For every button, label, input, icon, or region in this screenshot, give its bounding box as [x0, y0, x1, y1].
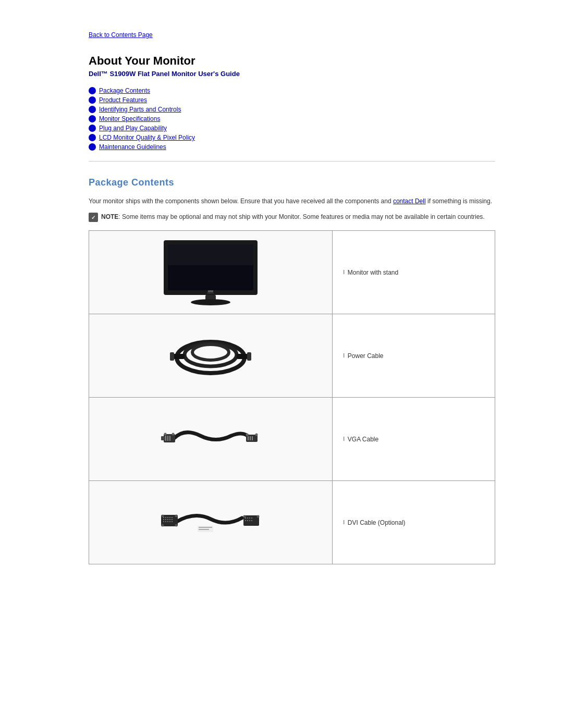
- svg-rect-40: [167, 521, 168, 522]
- svg-rect-10: [173, 354, 185, 359]
- item-bullet: l: [343, 519, 344, 525]
- svg-rect-33: [163, 519, 164, 520]
- toc-item-plug-play: Plug and Play Capability: [89, 125, 495, 132]
- svg-point-25: [246, 434, 249, 436]
- svg-rect-48: [199, 527, 212, 528]
- svg-rect-39: [165, 521, 166, 522]
- svg-rect-22: [248, 436, 249, 440]
- svg-rect-12: [170, 352, 174, 361]
- svg-rect-36: [169, 519, 170, 520]
- toc-item-package-contents: Package Contents: [89, 87, 495, 94]
- power-cable-desc-cell: l Power Cable: [333, 314, 495, 398]
- svg-rect-17: [167, 436, 168, 441]
- power-cable-description: Power Cable: [348, 352, 384, 360]
- toc-link-plug-play[interactable]: Plug and Play Capability: [99, 125, 167, 132]
- monitor-desc-cell: l Monitor with stand: [333, 231, 495, 314]
- toc-link-identifying-parts[interactable]: Identifying Parts and Controls: [99, 106, 181, 113]
- monitor-illustration: DELL: [153, 238, 268, 305]
- svg-point-43: [162, 515, 164, 517]
- svg-point-45: [162, 524, 164, 527]
- toc-item-product-features: Product Features: [89, 96, 495, 104]
- bullet-icon: [89, 125, 96, 132]
- svg-rect-28: [163, 517, 164, 518]
- vga-cable-label: l VGA Cable: [343, 436, 484, 443]
- toc-link-quality-policy[interactable]: LCD Monitor Quality & Pixel Policy: [99, 134, 195, 141]
- power-cable-image-cell: [89, 314, 333, 398]
- page-subtitle: Dell™ S1909W Flat Panel Monitor User's G…: [89, 70, 495, 78]
- table-row: l DVI Cable (Optional): [89, 481, 495, 564]
- dvi-cable-label: l DVI Cable (Optional): [343, 519, 484, 526]
- bullet-icon: [89, 106, 96, 113]
- svg-rect-13: [247, 352, 251, 361]
- dvi-cable-illustration: [158, 493, 263, 550]
- back-to-contents-link[interactable]: Back to Contents Page: [89, 31, 495, 39]
- svg-point-19: [164, 433, 167, 436]
- toc-link-package-contents[interactable]: Package Contents: [99, 87, 150, 94]
- item-bullet: l: [343, 352, 344, 359]
- page-title: About Your Monitor: [89, 54, 495, 68]
- package-table: DELL l Monitor with stand: [89, 230, 495, 564]
- table-row: DELL l Monitor with stand: [89, 231, 495, 314]
- svg-rect-54: [251, 517, 252, 519]
- bullet-icon: [89, 134, 96, 141]
- toc-item-specifications: Monitor Specifications: [89, 115, 495, 122]
- section-title: Package Contents: [89, 177, 495, 188]
- svg-text:DELL: DELL: [207, 291, 214, 294]
- svg-rect-31: [169, 517, 170, 518]
- svg-rect-2: [168, 244, 253, 265]
- vga-cable-desc-cell: l VGA Cable: [333, 398, 495, 481]
- svg-rect-56: [247, 520, 248, 521]
- svg-rect-30: [167, 517, 168, 518]
- svg-point-59: [243, 515, 246, 518]
- monitor-description: Monitor with stand: [348, 269, 398, 276]
- note-text: NOTE: Some items may be optional and may…: [101, 212, 485, 221]
- svg-rect-42: [172, 521, 173, 522]
- svg-rect-16: [165, 436, 166, 441]
- svg-rect-57: [249, 520, 250, 521]
- svg-point-46: [175, 524, 178, 527]
- item-bullet: l: [343, 436, 344, 442]
- svg-rect-38: [163, 521, 164, 522]
- intro-text: Your monitor ships with the components s…: [89, 196, 495, 206]
- svg-rect-18: [169, 436, 170, 441]
- svg-rect-32: [172, 517, 173, 518]
- svg-rect-34: [165, 519, 166, 520]
- svg-rect-41: [169, 521, 170, 522]
- svg-rect-53: [249, 517, 250, 519]
- vga-cable-illustration: [158, 412, 263, 464]
- bullet-icon: [89, 87, 96, 94]
- svg-point-9: [192, 344, 229, 360]
- svg-point-44: [175, 515, 178, 517]
- contact-dell-link[interactable]: contact Dell: [393, 198, 426, 205]
- bullet-icon: [89, 143, 96, 151]
- monitor-image-cell: DELL: [89, 231, 333, 314]
- vga-cable-image-cell: [89, 398, 333, 481]
- svg-rect-52: [247, 517, 248, 519]
- svg-rect-23: [250, 436, 251, 440]
- note-icon: ✓: [89, 213, 98, 222]
- svg-rect-24: [252, 436, 253, 440]
- toc-link-product-features[interactable]: Product Features: [99, 96, 147, 104]
- toc-item-identifying-parts: Identifying Parts and Controls: [89, 106, 495, 113]
- monitor-label: l Monitor with stand: [343, 269, 484, 276]
- toc-item-maintenance: Maintenance Guidelines: [89, 143, 495, 151]
- svg-rect-55: [245, 520, 246, 521]
- svg-point-5: [191, 299, 230, 305]
- svg-rect-37: [172, 519, 173, 520]
- dvi-cable-image-cell: [89, 481, 333, 564]
- svg-point-26: [255, 434, 258, 436]
- svg-rect-51: [245, 517, 246, 519]
- toc-link-specifications[interactable]: Monitor Specifications: [99, 115, 160, 122]
- item-bullet: l: [343, 269, 344, 275]
- intro-text-start: Your monitor ships with the components s…: [89, 198, 391, 205]
- svg-rect-49: [199, 529, 209, 530]
- bullet-icon: [89, 115, 96, 122]
- svg-point-20: [172, 433, 175, 436]
- table-row: l VGA Cable: [89, 398, 495, 481]
- svg-rect-11: [237, 354, 248, 359]
- svg-rect-35: [167, 519, 168, 520]
- section-divider: [89, 161, 495, 162]
- intro-text-end: if something is missing.: [427, 198, 492, 205]
- toc-link-maintenance[interactable]: Maintenance Guidelines: [99, 143, 166, 151]
- page-container: Back to Contents Page About Your Monitor…: [47, 0, 516, 606]
